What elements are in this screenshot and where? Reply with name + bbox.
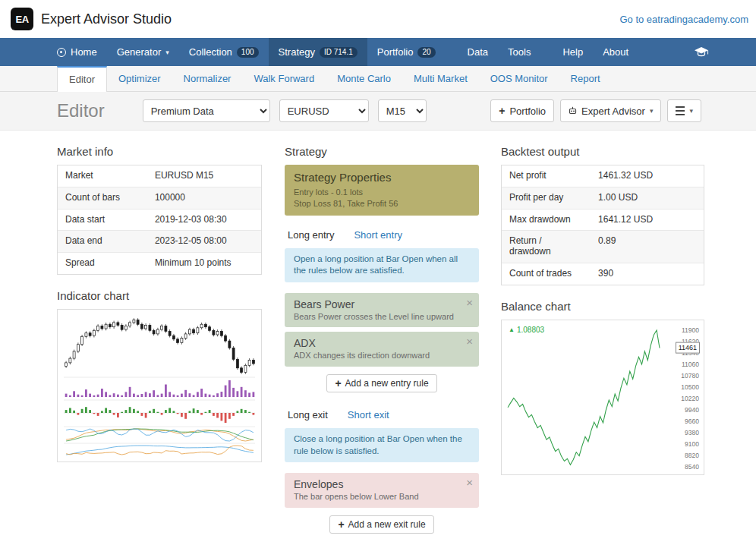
add-entry-rule-label: Add a new entry rule: [345, 378, 429, 389]
row-label: Data end: [58, 231, 147, 252]
app-header: EA Expert Advisor Studio Go to eatrading…: [0, 0, 756, 38]
add-exit-rule-button[interactable]: + Add a new exit rule: [329, 515, 433, 534]
app-title: Expert Advisor Studio: [41, 11, 172, 27]
strategy-properties-card[interactable]: Strategy Properties Entry lots - 0.1 lot…: [285, 165, 479, 216]
up-triangle-icon: ▲: [509, 326, 515, 333]
entry-rule-card[interactable]: ×Bears PowerBears Power crosses the Leve…: [285, 293, 479, 328]
academy-cap-icon[interactable]: [694, 38, 709, 66]
entry-tabs: Long entry Short entry: [285, 229, 479, 241]
plus-icon: +: [335, 378, 341, 389]
symbol-select[interactable]: EURUSD: [279, 99, 369, 122]
period-select[interactable]: M15: [378, 99, 427, 122]
balance-chart-heading: Balance chart: [501, 300, 704, 313]
chevron-down-icon: ▾: [650, 107, 654, 115]
nav-item-about[interactable]: About: [593, 38, 638, 66]
tab-editor[interactable]: Editor: [57, 66, 107, 92]
row-label: Count of bars: [58, 187, 147, 209]
nav-badge: 100: [237, 47, 259, 58]
remove-rule-icon[interactable]: ×: [466, 336, 473, 347]
axis-label: 8540: [685, 464, 699, 471]
nav-item-portfolio[interactable]: Portfolio20: [367, 38, 446, 66]
nav-item-strategy[interactable]: StrategyID 714.1: [269, 38, 367, 66]
market-info-table: MarketEURUSD M15Count of bars100000Data …: [57, 165, 262, 275]
tab-long-exit[interactable]: Long exit: [288, 409, 328, 421]
row-label: Spread: [58, 253, 147, 274]
current-balance-marker: 11461: [676, 342, 700, 354]
strategy-column: Strategy Strategy Properties Entry lots …: [285, 131, 479, 534]
rule-description: The bar opens below Lower Band: [294, 492, 459, 502]
table-row: Return / drawdown0.89: [502, 230, 704, 263]
hamburger-menu-icon: [676, 106, 685, 115]
data-source-select[interactable]: Premium Data: [143, 99, 270, 122]
graduation-cap-icon: [694, 46, 709, 58]
add-exit-rule-label: Add a new exit rule: [348, 519, 426, 530]
tab-long-entry[interactable]: Long entry: [288, 229, 334, 241]
remove-rule-icon[interactable]: ×: [466, 477, 473, 488]
tab-optimizer[interactable]: Optimizer: [107, 66, 172, 92]
plus-icon: +: [338, 519, 344, 530]
strategy-heading: Strategy: [285, 145, 479, 158]
row-value: 2023-12-05 08:00: [147, 231, 261, 252]
remove-rule-icon[interactable]: ×: [466, 297, 473, 308]
row-label: Max drawdown: [502, 209, 591, 231]
portfolio-button[interactable]: + Portfolio: [490, 99, 554, 122]
backtest-column: Backtest output Net profit1461.32 USDPro…: [501, 131, 704, 475]
entry-info-text: Open a long position at Bar Open when al…: [285, 248, 479, 282]
price-ticker: ▲ 1.08803: [509, 326, 544, 334]
exit-rule-card[interactable]: ×EnvelopesThe bar opens below Lower Band: [285, 473, 479, 508]
strategy-subtabs: EditorOptimizerNormalizerWalk ForwardMon…: [0, 66, 756, 92]
tab-report[interactable]: Report: [559, 66, 612, 92]
indicator-chart: [57, 309, 262, 462]
row-value: Minimum 10 points: [147, 253, 261, 274]
expert-advisor-icon: [569, 106, 577, 115]
nav-item-tools[interactable]: Tools: [498, 38, 540, 66]
tab-walk-forward[interactable]: Walk Forward: [242, 66, 326, 92]
nav-item-collection[interactable]: Collection100: [179, 38, 269, 66]
nav-item-label: Collection: [189, 46, 232, 58]
axis-label: 9660: [685, 418, 699, 425]
nav-item-help[interactable]: Help: [553, 38, 593, 66]
nav-item-label: Data: [468, 46, 488, 58]
entry-rules-list: ×Bears PowerBears Power crosses the Leve…: [285, 293, 479, 367]
market-info-heading: Market info: [57, 145, 262, 158]
plus-icon: +: [499, 106, 505, 116]
nav-item-home[interactable]: Home: [47, 38, 107, 66]
tab-multi-market[interactable]: Multi Market: [402, 66, 479, 92]
nav-item-data[interactable]: Data: [458, 38, 498, 66]
tab-short-exit[interactable]: Short exit: [348, 409, 389, 421]
tab-monte-carlo[interactable]: Monte Carlo: [326, 66, 402, 92]
backtest-heading: Backtest output: [501, 145, 704, 158]
editor-toolbar: Editor Premium Data EURUSD M15 + Portfol…: [0, 92, 756, 131]
row-label: Data start: [58, 209, 147, 231]
nav-item-label: Strategy: [279, 46, 315, 58]
axis-label: 8820: [685, 452, 699, 459]
menu-button[interactable]: ▾: [667, 99, 701, 122]
row-value: 1461.32 USD: [591, 165, 704, 187]
exit-tabs: Long exit Short exit: [285, 409, 479, 421]
entry-rule-card[interactable]: ×ADXADX changes its direction downward: [285, 332, 479, 367]
academy-link[interactable]: Go to eatradingacademy.com: [619, 14, 748, 25]
nav-item-label: Tools: [508, 46, 531, 58]
exit-rules-list: ×EnvelopesThe bar opens below Lower Band: [285, 473, 479, 508]
nav-item-label: Generator: [117, 46, 162, 58]
table-row: Max drawdown1641.12 USD: [502, 209, 704, 231]
row-label: Return / drawdown: [502, 231, 591, 263]
expert-advisor-button[interactable]: Expert Advisor ▾: [560, 99, 661, 122]
tab-short-entry[interactable]: Short entry: [354, 229, 402, 241]
axis-label: 9100: [685, 441, 699, 448]
expert-advisor-button-label: Expert Advisor: [581, 106, 645, 117]
nav-item-label: Help: [562, 46, 583, 58]
nav-item-label: Portfolio: [377, 46, 414, 58]
axis-label: 9940: [685, 407, 699, 414]
row-label: Market: [58, 165, 147, 187]
row-value: 2019-12-03 08:30: [147, 209, 261, 231]
tab-oos-monitor[interactable]: OOS Monitor: [479, 66, 559, 92]
nav-item-generator[interactable]: Generator▾: [107, 38, 179, 66]
add-exit-rule-wrap: + Add a new exit rule: [285, 515, 479, 534]
tab-normalizer[interactable]: Normalizer: [172, 66, 243, 92]
strategy-properties-title: Strategy Properties: [294, 171, 470, 184]
page-title: Editor: [57, 100, 105, 121]
table-row: Count of trades390: [502, 263, 704, 285]
axis-label: 11900: [682, 327, 699, 334]
add-entry-rule-button[interactable]: + Add a new entry rule: [326, 374, 436, 392]
